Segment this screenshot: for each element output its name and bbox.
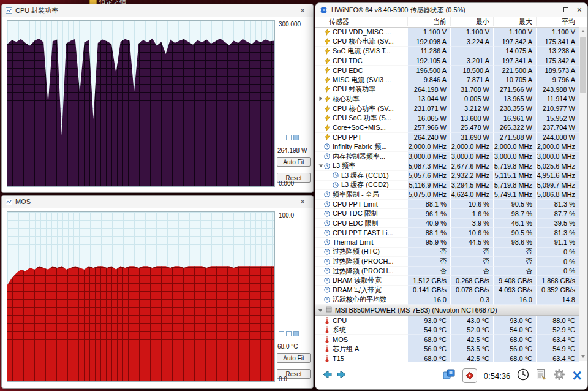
sensor-row[interactable]: 活跃核心的平均数16.00.316.014.8 [315, 295, 579, 305]
graph-icon [6, 199, 12, 205]
sensor-name: Infinity Fabric 频... [333, 142, 387, 151]
sensor-name: 系统 [333, 325, 346, 335]
sensor-row[interactable]: CPU PPT FAST Li...88.1 %10.6 %90.5 %81.3… [315, 228, 579, 238]
scroll-up-icon[interactable] [579, 28, 587, 35]
clock-icon [323, 201, 331, 207]
sensor-value-avg: 243.988 W [536, 85, 579, 95]
scrollbar[interactable] [579, 27, 587, 361]
sensor-row[interactable]: 过热降频 (HTC)否否否0 % [315, 248, 579, 257]
col-header-avg[interactable]: 平均 [536, 17, 579, 26]
sensor-value-cur: 16.065 W [407, 113, 450, 123]
report-icon[interactable] [536, 368, 546, 383]
auto-fit-button[interactable]: Auto Fit [277, 353, 311, 363]
sensor-row[interactable]: CPU93.0 °C43.0 °C93.0 °C88.0 °C [315, 316, 579, 325]
close-icon[interactable]: × [296, 196, 309, 207]
clock-icon[interactable] [517, 368, 529, 383]
sensor-value-max: 56.0 °C [493, 344, 536, 354]
sensor-row[interactable]: CPU PPT264.240 W31.690 W271.588 W244.000… [315, 133, 579, 143]
close-icon[interactable]: × [577, 6, 582, 14]
col-header-current[interactable]: 当前 [407, 17, 450, 26]
clock-icon [323, 249, 331, 255]
sensor-value-cur: 5,116.9 MHz [407, 181, 450, 191]
col-header-max[interactable]: 最大 [493, 17, 536, 26]
sensor-row[interactable]: L3 缓存 (CCD2)5,116.9 MHz3,294.5 MHz5,719.… [315, 181, 579, 191]
sensor-row[interactable]: L3 缓存 (CCD1)5,057.6 MHz2,932.2 MHz5,115.… [315, 171, 579, 181]
minimize-icon[interactable] [549, 10, 555, 10]
sensor-name: MOS [333, 336, 348, 343]
sensor-row[interactable]: Infinity Fabric 频...2,000.0 MHz2,000.0 M… [315, 142, 579, 152]
cpu-graph-style-squares[interactable] [279, 135, 301, 140]
mos-graph-style-squares[interactable] [279, 331, 301, 336]
sensor-row[interactable]: Core+SoC+MIS...257.966 W25.478 W265.322 … [315, 123, 579, 133]
close-icon[interactable]: × [296, 5, 309, 16]
scrollbar-thumb[interactable] [580, 37, 586, 93]
settings-gear-icon[interactable] [553, 368, 565, 383]
sensor-row[interactable]: CPU 封装功率264.198 W31.708 W271.566 W243.98… [315, 85, 579, 95]
clock-icon [323, 220, 331, 226]
sensor-row[interactable]: CPU SoC 功率 (S...16.065 W13.600 W16.961 W… [315, 113, 579, 123]
nav-forward-icon[interactable] [336, 369, 348, 382]
sensor-row[interactable]: L3 频率5,087.3 MHz2,677.6 MHz5,719.8 MHz5,… [315, 161, 579, 171]
sensor-value-cur: 257.966 W [407, 123, 450, 133]
sensor-value-avg: 210.977 W [536, 104, 579, 114]
col-header-min[interactable]: 最小 [450, 17, 493, 26]
cpu-ymax-label: 300.000 [279, 21, 301, 28]
sensor-row[interactable]: CPU VDD_MISC ...1.100 V1.100 V1.100 V1.1… [315, 28, 579, 37]
col-header-sensor[interactable]: 传感器 [315, 17, 407, 26]
maximize-icon[interactable] [564, 7, 568, 12]
sensor-name: CPU PPT FAST Li... [333, 229, 393, 237]
sensors-chip-icon[interactable] [442, 368, 456, 383]
sensor-row[interactable]: Thermal Limit95.9 %44.5 %98.6 %91.1 % [315, 238, 579, 248]
sensor-row[interactable]: DRAM 读取带宽1.512 GB/s0.268 GB/s9.408 GB/s1… [315, 276, 579, 286]
clock-icon [323, 268, 331, 274]
sensor-row[interactable]: CPU 核心功率 (SV...231.071 W3.212 W238.355 W… [315, 104, 579, 114]
sensor-value-avg: 0 % [536, 267, 579, 276]
sensor-row[interactable]: CPU TDC192.105 A3.201 A197.341 A175.342 … [315, 56, 579, 66]
sensor-row[interactable]: CPU EDC196.500 A18.500 A221.500 A189.573… [315, 66, 579, 75]
sensor-row[interactable]: 系统54.0 °C52.0 °C54.0 °C52.9 °C [315, 325, 579, 335]
sensor-value-min: 3.9 % [450, 219, 493, 229]
sensor-row[interactable]: 内存控制器频率...3,000.0 MHz3,000.0 MHz3,000.0 … [315, 152, 579, 162]
auto-fit-button[interactable]: Auto Fit [277, 157, 311, 167]
sensor-value-avg: 1.868 GB/s [536, 276, 579, 286]
sensor-row[interactable]: CPU TDC 限制96.1 %1.6 %98.7 %87.7 % [315, 209, 579, 219]
sensor-row[interactable]: DRAM 写入带宽0.141 GB/s0.078 GB/s4.093 GB/s0… [315, 286, 579, 295]
sensor-row[interactable]: CPU EDC 限制40.9 %3.9 %46.1 %39.5 % [315, 219, 579, 229]
mos-graph-titlebar[interactable]: MOS × [2, 196, 313, 208]
sensor-value-avg: 87.7 % [536, 209, 579, 219]
sensor-value-avg: 3,000.0 MHz [536, 152, 579, 162]
nav-back-icon[interactable] [321, 369, 333, 382]
scroll-down-icon[interactable] [579, 353, 587, 360]
sensor-row[interactable]: 频率限制 - 全局5,075.0 MHz4,624.0 MHz5,749.1 M… [315, 190, 579, 200]
sensor-value-max: 5,115.1 MHz [493, 171, 536, 181]
motherboard-section-header[interactable]: MSI B850MPOWER (MS-7E83) (Nuvoton NCT668… [315, 305, 579, 316]
sensor-value-max: 271.588 W [493, 133, 536, 143]
sensor-row[interactable]: 过热降频 (PROCH...否否否0 % [315, 257, 579, 267]
chevron-down-icon[interactable] [318, 306, 323, 314]
sensor-row[interactable]: MISC 电流 (SVI3 ...9.846 A7.871 A10.705 A9… [315, 75, 579, 85]
sensor-value-min: 44.5 % [450, 238, 493, 248]
clock-icon [323, 278, 331, 284]
sensor-value-cur: 3,000.0 MHz [407, 152, 450, 162]
sensor-row[interactable]: 芯片组 A56.0 °C53.5 °C56.0 °C54.9 °C [315, 344, 579, 354]
sensor-row[interactable]: CPU PPT Limit88.1 %10.6 %90.5 %81.3 % [315, 200, 579, 210]
chevron-down-icon[interactable] [318, 164, 323, 168]
chevron-right-icon[interactable] [318, 96, 323, 101]
cpu-graph-titlebar[interactable]: CPU 封装功率 × [2, 4, 313, 17]
sensor-value-min: 3.201 A [450, 56, 493, 66]
close-sensors-icon[interactable]: × [572, 368, 582, 384]
hwinfo-window-title: HWiNFO® 64 v8.40-5900 传感器状态 (0.5%) [331, 6, 549, 15]
sensor-row[interactable]: SoC 电流 (SVI3 T...11.286 A14.075 A13.238 … [315, 47, 579, 56]
sensor-row[interactable]: MOS68.0 °C42.5 °C68.0 °C63.4 °C [315, 335, 579, 344]
hwinfo-titlebar[interactable]: HWiNFO® 64 v8.40-5900 传感器状态 (0.5%) × [315, 3, 587, 17]
sensor-name: T15 [333, 355, 344, 362]
sensor-value-cur: 96.1 % [407, 209, 450, 219]
sensor-value-cur: 否 [407, 267, 450, 276]
sensor-row[interactable]: 过热降频 (PROCH...否否否0 % [315, 267, 579, 276]
clock-icon [332, 172, 339, 178]
sensor-row[interactable]: 核心功率13.044 W0.005 W13.965 W11.914 W [315, 94, 579, 104]
sensor-value-avg: 0.352 GB/s [536, 286, 579, 295]
alert-icon[interactable] [462, 368, 477, 383]
sensor-value-max: 197.342 A [493, 37, 536, 47]
sensor-row[interactable]: CPU 核心电流 (SV...192.098 A3.224 A197.342 A… [315, 37, 579, 47]
